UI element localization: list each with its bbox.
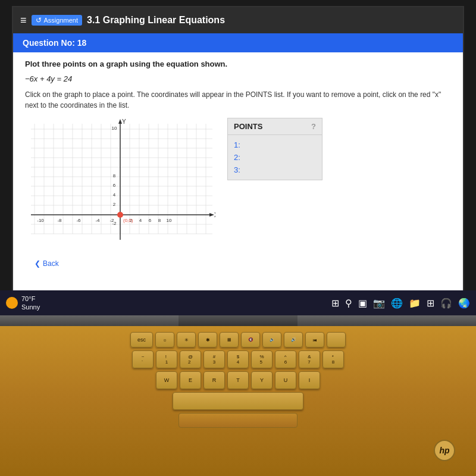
key-t[interactable]: T xyxy=(227,371,249,389)
laptop-hinge xyxy=(0,315,476,326)
top-bar: ≡ Assignment 3.1 Graphing Linear Equatio… xyxy=(13,7,463,33)
taskview-icon[interactable]: ▣ xyxy=(358,298,367,309)
question-number: Question No: 18 xyxy=(23,38,86,48)
laptop-body: esc ☺ ✳ ✱ ▦ 🔇 🔉 🔊 ⏮ ~` !1 @2 #3 $4 %5 ^6… xyxy=(0,315,476,476)
key-tilde[interactable]: ~` xyxy=(132,350,154,368)
key-f8[interactable]: ⏮ xyxy=(305,332,324,347)
globe-icon[interactable]: 🌏 xyxy=(458,298,470,309)
key-5[interactable]: %5 xyxy=(251,350,273,368)
point-item-2: 2: xyxy=(234,151,316,164)
points-title: POINTS xyxy=(234,122,262,131)
laptop-screen: ≡ Assignment 3.1 Graphing Linear Equatio… xyxy=(0,0,476,315)
number-key-row: ~` !1 @2 #3 $4 %5 ^6 &7 *8 xyxy=(12,350,464,368)
folder-icon[interactable]: 📁 xyxy=(409,298,421,309)
key-esc[interactable]: esc xyxy=(130,332,153,347)
svg-text:4: 4 xyxy=(139,218,142,223)
letter-key-row: W E R T Y U I xyxy=(12,371,464,389)
back-link[interactable]: ❮ Back xyxy=(25,255,451,273)
points-help[interactable]: ? xyxy=(311,122,316,131)
hinge-center xyxy=(178,315,298,326)
key-r[interactable]: R xyxy=(203,371,225,389)
key-f3[interactable]: ✱ xyxy=(198,332,217,347)
hamburger-icon[interactable]: ≡ xyxy=(20,14,27,27)
fn-key-row: esc ☺ ✳ ✱ ▦ 🔇 🔉 🔊 ⏮ xyxy=(12,332,464,347)
key-1[interactable]: !1 xyxy=(156,350,177,368)
equation: −6x + 4y = 24 xyxy=(25,74,451,83)
svg-point-54 xyxy=(117,212,123,218)
assignment-label: Assignment xyxy=(44,17,78,24)
weather-text: 70°F Sunny xyxy=(21,295,40,312)
apps-icon[interactable]: ⊞ xyxy=(427,298,434,309)
camera-icon[interactable]: 📷 xyxy=(373,298,385,309)
key-f1[interactable]: ☺ xyxy=(155,332,174,347)
graph-section: X Y -10 -8 -6 -4 -2 2 4 6 8 10 xyxy=(25,118,451,249)
key-f7[interactable]: 🔊 xyxy=(284,332,303,347)
back-chevron-icon: ❮ xyxy=(35,259,40,268)
key-space[interactable] xyxy=(173,392,303,410)
points-panel: POINTS ? 1: 2: 3: xyxy=(227,118,322,180)
key-w[interactable]: W xyxy=(156,371,177,389)
key-f5[interactable]: 🔇 xyxy=(241,332,260,347)
windows-icon[interactable]: ⊞ xyxy=(331,298,339,309)
svg-text:10: 10 xyxy=(167,218,172,223)
svg-text:Y: Y xyxy=(122,118,126,125)
svg-text:-8: -8 xyxy=(57,218,62,223)
svg-text:6: 6 xyxy=(149,218,152,223)
svg-text:6: 6 xyxy=(113,183,116,188)
main-content: Question No: 18 Plot three points on a g… xyxy=(13,33,463,280)
instruction-text: Click on the graph to place a point. The… xyxy=(25,89,451,111)
browser-icon[interactable]: 🌐 xyxy=(391,298,403,309)
key-e[interactable]: E xyxy=(180,371,201,389)
keyboard-area: esc ☺ ✳ ✱ ▦ 🔇 🔉 🔊 ⏮ ~` !1 @2 #3 $4 %5 ^6… xyxy=(0,326,476,428)
question-text: Plot three points on a graph using the e… xyxy=(25,60,451,68)
key-4[interactable]: $4 xyxy=(227,350,249,368)
weather-temp: 70°F xyxy=(21,295,40,303)
point-label-1: 1: xyxy=(234,140,240,149)
svg-text:4: 4 xyxy=(113,192,116,198)
weather-condition: Sunny xyxy=(21,303,40,311)
key-8[interactable]: *8 xyxy=(322,350,344,368)
graph-container[interactable]: X Y -10 -8 -6 -4 -2 2 4 6 8 10 xyxy=(25,118,215,249)
svg-text:(0,0): (0,0) xyxy=(123,218,133,223)
point-item-3: 3: xyxy=(234,164,316,176)
key-y[interactable]: Y xyxy=(251,371,273,389)
key-3[interactable]: #3 xyxy=(203,350,225,368)
point-label-2: 2: xyxy=(234,153,240,162)
key-f2[interactable]: ✳ xyxy=(177,332,196,347)
svg-text:8: 8 xyxy=(158,218,161,223)
space-key-row xyxy=(12,392,464,410)
headset-icon[interactable]: 🎧 xyxy=(440,298,452,309)
key-7[interactable]: &7 xyxy=(299,350,320,368)
point-item-1: 1: xyxy=(234,139,316,151)
graph-svg[interactable]: X Y -10 -8 -6 -4 -2 2 4 6 8 10 xyxy=(25,118,215,249)
key-6[interactable]: ^6 xyxy=(275,350,296,368)
weather-icon xyxy=(6,297,18,309)
svg-text:2: 2 xyxy=(113,202,116,207)
svg-text:X: X xyxy=(214,212,215,218)
points-header: POINTS ? xyxy=(228,118,322,135)
hp-logo: hp xyxy=(434,440,455,461)
svg-text:-6: -6 xyxy=(76,218,81,223)
content-area: Plot three points on a graph using the e… xyxy=(13,52,463,280)
page-title: 3.1 Graphing Linear Equations xyxy=(87,15,225,26)
key-i[interactable]: I xyxy=(299,371,320,389)
weather-widget: 70°F Sunny xyxy=(6,295,40,312)
screen-content: ≡ Assignment 3.1 Graphing Linear Equatio… xyxy=(12,6,464,309)
key-f4[interactable]: ▦ xyxy=(220,332,239,347)
point-label-3: 3: xyxy=(234,165,240,174)
key-u[interactable]: U xyxy=(275,371,296,389)
svg-text:10: 10 xyxy=(112,126,117,131)
trackpad[interactable] xyxy=(178,413,298,428)
taskbar: 70°F Sunny ⊞ ⚲ ▣ 📷 🌐 📁 ⊞ 🎧 🌏 xyxy=(0,290,476,315)
assignment-badge[interactable]: Assignment xyxy=(32,15,82,26)
svg-text:-10: -10 xyxy=(37,218,44,223)
key-f6[interactable]: 🔉 xyxy=(262,332,281,347)
back-label: Back xyxy=(43,259,59,268)
svg-text:-4: -4 xyxy=(95,218,100,223)
svg-text:8: 8 xyxy=(113,173,116,178)
svg-text:-2: -2 xyxy=(112,221,117,226)
search-icon[interactable]: ⚲ xyxy=(345,298,352,309)
svg-marker-33 xyxy=(209,213,214,217)
key-f9[interactable] xyxy=(327,332,346,347)
key-2[interactable]: @2 xyxy=(180,350,201,368)
